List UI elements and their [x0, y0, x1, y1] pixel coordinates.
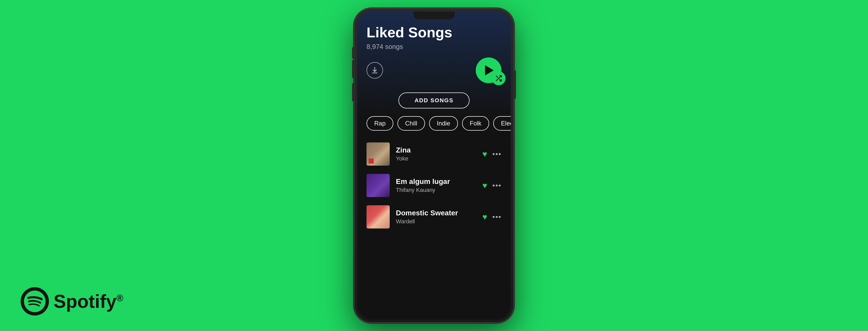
spotify-logo: Spotify® — [21, 287, 123, 315]
song-artist-domestic: Wardell — [396, 218, 476, 225]
shuffle-icon — [495, 75, 502, 82]
download-icon — [371, 66, 379, 74]
spotify-brand-text: Spotify® — [54, 291, 123, 312]
page-title: Liked Songs — [367, 25, 501, 40]
like-icon-domestic[interactable]: ♥ — [483, 212, 487, 222]
phone-body: Liked Songs 8,974 songs — [354, 8, 514, 323]
genre-filter-row: Rap Chill Indie Folk Electronic H — [357, 116, 511, 138]
like-icon-em-algum[interactable]: ♥ — [483, 181, 487, 190]
song-title-domestic: Domestic Sweater — [396, 209, 476, 217]
song-item-domestic[interactable]: Domestic Sweater Wardell ♥ ••• — [367, 201, 501, 233]
song-actions-em-algum: ♥ ••• — [483, 181, 501, 190]
genre-chip-chill[interactable]: Chill — [397, 116, 425, 130]
song-actions-domestic: ♥ ••• — [483, 212, 501, 222]
phone-device: Liked Songs 8,974 songs — [354, 8, 514, 323]
genre-chip-folk[interactable]: Folk — [462, 116, 489, 130]
genre-chip-rap[interactable]: Rap — [367, 116, 393, 130]
screen-content: Liked Songs 8,974 songs — [357, 11, 511, 320]
add-songs-section: ADD SONGS — [357, 87, 511, 116]
phone-screen: Liked Songs 8,974 songs — [357, 11, 511, 320]
add-songs-button[interactable]: ADD SONGS — [399, 92, 469, 109]
power-button[interactable] — [514, 70, 516, 99]
more-options-zina[interactable]: ••• — [493, 150, 501, 158]
more-options-em-algum[interactable]: ••• — [493, 181, 501, 189]
play-shuffle-group — [476, 57, 501, 83]
song-artist-em-algum: Thifany Kauany — [396, 187, 476, 193]
song-count-label: 8,974 songs — [367, 43, 501, 51]
volume-up-button[interactable] — [352, 60, 354, 78]
artwork-em-algum — [367, 174, 390, 197]
song-item-em-algum[interactable]: Em algum lugar Thifany Kauany ♥ ••• — [367, 170, 501, 201]
spotify-icon — [21, 287, 49, 315]
song-info-zina: Zina Yoke — [396, 146, 476, 162]
song-list: Zina Yoke ♥ ••• Em algum lugar — [357, 138, 511, 233]
song-artist-zina: Yoke — [396, 155, 476, 162]
genre-chip-indie[interactable]: Indie — [429, 116, 458, 130]
phone-notch — [413, 11, 455, 19]
song-title-zina: Zina — [396, 146, 476, 154]
silent-button — [352, 47, 354, 59]
action-row — [357, 53, 511, 87]
song-actions-zina: ♥ ••• — [483, 149, 501, 159]
play-icon — [485, 65, 494, 76]
song-info-domestic: Domestic Sweater Wardell — [396, 209, 476, 225]
shuffle-button[interactable] — [492, 71, 506, 85]
genre-chip-electronic[interactable]: Electronic — [493, 116, 511, 130]
song-item-zina[interactable]: Zina Yoke ♥ ••• — [367, 138, 501, 170]
song-info-em-algum: Em algum lugar Thifany Kauany — [396, 178, 476, 193]
song-title-em-algum: Em algum lugar — [396, 178, 476, 186]
volume-down-button[interactable] — [352, 83, 354, 101]
artwork-zina — [367, 143, 390, 166]
like-icon-zina[interactable]: ♥ — [483, 149, 487, 159]
more-options-domestic[interactable]: ••• — [493, 213, 501, 221]
artwork-domestic — [367, 205, 390, 229]
download-button[interactable] — [367, 62, 383, 79]
